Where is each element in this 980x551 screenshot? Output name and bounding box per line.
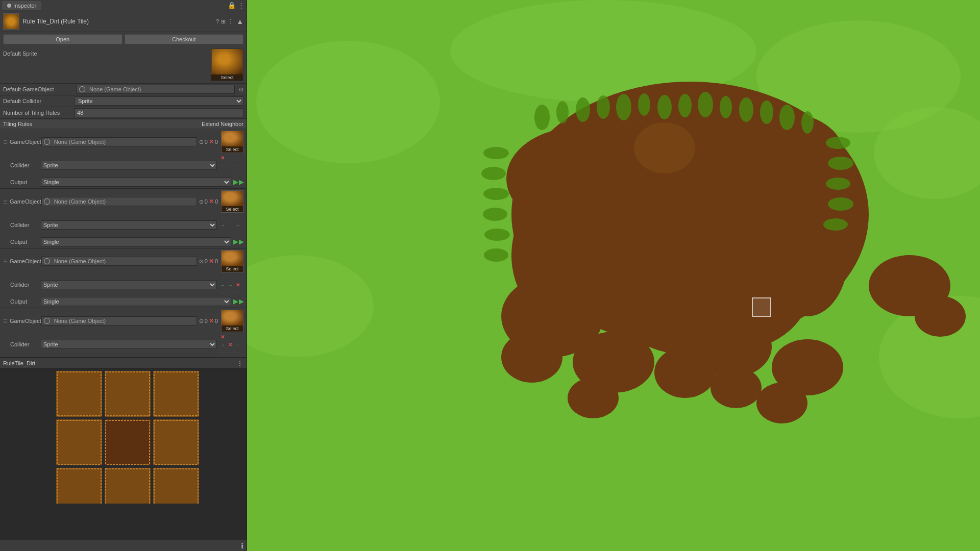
rule-2-cell-1[interactable]: · xyxy=(227,214,234,221)
rule-1-right-icon[interactable]: ▶ xyxy=(239,179,243,186)
rule-1-go-field[interactable]: None (Game Object) xyxy=(41,137,197,146)
rule-4-cell-7[interactable]: · xyxy=(227,348,234,356)
rule-3-cell-8[interactable]: · xyxy=(234,289,241,296)
rule-1-gameobject-row: ☰ GameObject None (Game Object) ⊙ 0 ✕ 0 … xyxy=(0,130,247,154)
rule-2-x-btn[interactable]: ✕ xyxy=(209,198,214,205)
rule-4-cell-1[interactable]: · xyxy=(227,333,234,340)
svg-rect-8 xyxy=(105,419,151,465)
tiling-rules-count-input[interactable]: 48 xyxy=(75,108,243,117)
rule-3-cell-4[interactable]: → xyxy=(227,281,234,288)
rule-2-cell-6[interactable]: · xyxy=(219,229,226,236)
bottom-more-icon[interactable]: ⋮ xyxy=(236,359,243,367)
help-icon[interactable]: ? xyxy=(216,18,219,24)
rule-3-zero-1: 0 xyxy=(205,258,208,264)
rule-1-output-select[interactable]: Single xyxy=(41,178,231,187)
default-gameobject-field[interactable]: None (Game Object) xyxy=(77,85,235,94)
rule-1-go-target[interactable]: ⊙ xyxy=(199,139,204,145)
drag-handle-1[interactable]: ☰ xyxy=(3,139,8,145)
rule-3-cell-7[interactable]: · xyxy=(227,289,234,296)
rule-4-cell-8[interactable]: · xyxy=(234,348,241,356)
rule-3-select-label[interactable]: Select xyxy=(222,266,243,272)
rule-2-gameobject-row: ☰ GameObject None (Game Object) ⊙ 0 ✕ 0 … xyxy=(0,190,247,213)
tiling-rules-title: Tiling Rules xyxy=(3,121,202,127)
rule-4-cell-5[interactable]: · xyxy=(234,341,241,348)
rule-1-cell-3[interactable]: · xyxy=(219,162,226,169)
rule-3-x-btn[interactable]: ✕ xyxy=(209,258,214,265)
rule-1-cell-4[interactable]: · xyxy=(227,162,234,169)
rule-3-cell-2[interactable]: · xyxy=(234,273,241,281)
rule-2-cell-7[interactable]: · xyxy=(227,229,234,236)
rule-1-select-label[interactable]: Select xyxy=(222,146,243,153)
rule-3-output-select[interactable]: Single xyxy=(41,297,231,306)
svg-point-58 xyxy=(481,167,506,180)
rule-3-go-field[interactable]: None (Game Object) xyxy=(41,257,197,266)
rule-1-plus-icon[interactable]: ▶ xyxy=(233,179,238,186)
rule-1-cell-0[interactable]: ✕ xyxy=(219,154,226,161)
rule-1-cell-8[interactable]: · xyxy=(234,169,241,177)
rule-4-go-target[interactable]: ⊙ xyxy=(199,318,204,324)
rule-1-collider-select[interactable]: Sprite xyxy=(41,161,217,170)
rule-4-collider-select[interactable]: Sprite xyxy=(41,340,217,349)
rule-1-x-btn[interactable]: ✕ xyxy=(209,138,214,145)
rule-2-cell-4[interactable]: · xyxy=(227,221,234,229)
scroll-up-btn[interactable]: ▲ xyxy=(236,17,243,26)
main-canvas[interactable] xyxy=(247,0,980,551)
rule-1-collider-label: Collider xyxy=(10,162,41,168)
rule-4-cell-4[interactable]: ✕ xyxy=(227,341,234,348)
rule-4-x-btn[interactable]: ✕ xyxy=(209,317,214,324)
rule-2-cell-2[interactable]: · xyxy=(234,214,241,221)
rule-1-cell-2[interactable]: · xyxy=(234,154,241,161)
rule-3-collider-select[interactable]: Sprite xyxy=(41,280,217,289)
rule-2-cell-8[interactable]: · xyxy=(234,229,241,236)
rule-3-plus-1[interactable]: ▶ xyxy=(233,298,238,305)
drag-handle-3[interactable]: ☰ xyxy=(3,259,8,264)
rule-2-go-field[interactable]: None (Game Object) xyxy=(41,197,197,206)
layout-icon[interactable]: ⊞ xyxy=(221,18,226,25)
rule-2-cell-0[interactable]: · xyxy=(219,214,226,221)
rule-4-go-field[interactable]: None (Game Object) xyxy=(41,316,197,325)
default-collider-select[interactable]: Sprite xyxy=(75,96,243,106)
inspector-tab[interactable]: Inspector xyxy=(2,1,41,10)
rule-2-go-target[interactable]: ⊙ xyxy=(199,198,204,205)
rule-4-cell-6[interactable]: · xyxy=(219,348,226,356)
rule-2-plus-2[interactable]: ▶ xyxy=(239,238,243,245)
drag-handle-2[interactable]: ☰ xyxy=(3,199,8,205)
open-button[interactable]: Open xyxy=(3,34,122,44)
rule-2-plus-1[interactable]: ▶ xyxy=(233,238,238,245)
default-gameobject-label: Default GameObject xyxy=(3,86,75,92)
rule-1-cell-7[interactable]: · xyxy=(227,169,234,177)
rule-3-go-target[interactable]: ⊙ xyxy=(199,258,204,265)
rule-3-go-circle xyxy=(44,258,50,264)
rule-3-cell-1[interactable]: · xyxy=(227,273,234,281)
more-icon[interactable]: ⋮ xyxy=(238,2,244,9)
rule-3-plus-2[interactable]: ▶ xyxy=(239,298,243,305)
svg-rect-6 xyxy=(56,419,102,465)
rule-1-cell-5[interactable]: · xyxy=(234,162,241,169)
rule-2-output-icons: ▶ ▶ xyxy=(233,238,243,245)
tiling-rules-count-label: Number of Tiling Rules xyxy=(3,110,75,116)
rule-4-cell-2[interactable]: · xyxy=(234,333,241,340)
rule-3-cell-5[interactable]: ✕ xyxy=(234,281,241,288)
rule-2-cell-3[interactable]: → xyxy=(219,221,226,229)
more-options-icon[interactable]: ⋮ xyxy=(228,18,233,25)
sprite-select-label[interactable]: Select xyxy=(211,74,243,81)
rule-2-go-value: None (Game Object) xyxy=(54,198,106,205)
rule-3-cell-3[interactable]: → xyxy=(219,281,226,288)
gameobject-target-icon[interactable]: ⊙ xyxy=(239,86,243,93)
rule-2-collider-select[interactable]: Sprite xyxy=(41,220,217,230)
rule-4-cell-0[interactable]: ✕ xyxy=(219,333,226,340)
rule-1-cell-6[interactable]: · xyxy=(219,169,226,177)
rule-4-cell-3[interactable]: → xyxy=(219,341,226,348)
footer-info-icon[interactable]: ℹ xyxy=(241,542,243,550)
rule-2-output-select[interactable]: Single xyxy=(41,237,231,246)
rule-2-cell-5[interactable]: → xyxy=(234,221,241,229)
rule-3-cell-0[interactable]: · xyxy=(219,273,226,281)
svg-rect-2 xyxy=(105,371,151,417)
rule-1-cell-1[interactable]: · xyxy=(227,154,234,161)
rule-4-select-label[interactable]: Select xyxy=(222,325,243,332)
rule-3-cell-6[interactable]: · xyxy=(219,289,226,296)
checkout-button[interactable]: Checkout xyxy=(125,34,244,44)
rule-2-select-label[interactable]: Select xyxy=(222,206,243,212)
lock-icon[interactable]: 🔒 xyxy=(228,2,236,9)
drag-handle-4[interactable]: ☰ xyxy=(3,318,8,324)
